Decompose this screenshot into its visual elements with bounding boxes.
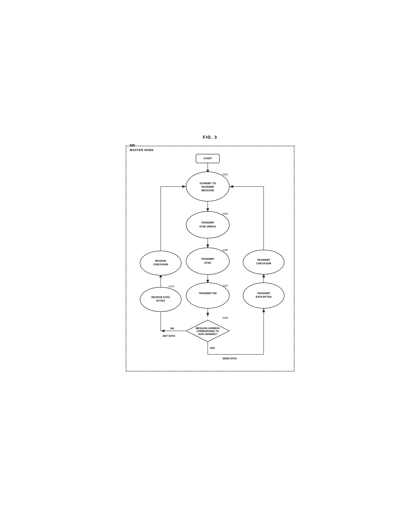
page-container: FIG. 3 300 MASTER NODE START S301 <box>122 135 298 372</box>
s313-ref-label: S313 <box>168 285 174 288</box>
s301-label-line2: TRANSMIT <box>201 185 214 188</box>
s305-ref-label: S305 <box>222 249 228 252</box>
s315-label-line1: RECEIVE <box>155 259 166 262</box>
s308-ref-label: S308 <box>222 317 228 319</box>
s308-label-line2: CORRESPONDS TO <box>197 330 219 333</box>
s303-ref-label: S303 <box>222 213 228 215</box>
s303-label-line2: SYNC BREAK <box>199 225 216 228</box>
s307-label-line1: TRANSMIT PID <box>199 292 217 295</box>
s303-label-line1: TRANSMIT <box>201 221 214 224</box>
s309-label-line2: DATA BYTES <box>256 295 271 298</box>
s315-label-line2: CHECKSUM <box>153 263 168 266</box>
send-data-label: SEND DATA <box>222 357 237 360</box>
svg-point-5 <box>186 212 229 238</box>
s313-label-line2: BYTES <box>156 299 165 302</box>
s308-label-line1: MESSAGE ADDRESS <box>196 327 220 330</box>
svg-point-7 <box>186 248 229 274</box>
yes-label: YES <box>210 346 215 350</box>
svg-point-9 <box>186 283 229 308</box>
s308-label-line3: DATA SENDING? <box>198 333 217 336</box>
get-data-label: GET DATA <box>163 334 175 337</box>
s305-label-line1: TRANSMIT <box>201 257 214 260</box>
s305-label-line2: SYNC <box>204 261 211 264</box>
s313-label-line1: RECEIVE DATA <box>151 296 170 299</box>
s311-label-line2: CHECKSUM <box>256 262 271 265</box>
s311-label-line1: TRANSMIT <box>257 258 270 261</box>
s301-label-line1: STANDBY TO <box>200 182 216 185</box>
diagram-wrapper: 300 MASTER NODE START S301 STA <box>126 146 294 372</box>
s301-label-line3: MESSAGE <box>201 189 214 192</box>
s309-label-line1: TRANSMIT <box>257 292 270 295</box>
flowchart-svg: START S301 STANDBY TO TRANSMIT MESSAGE S… <box>126 146 295 372</box>
figure-title: FIG. 3 <box>122 135 298 140</box>
s301-ref-label: S301 <box>222 173 228 176</box>
start-label: START <box>203 157 212 160</box>
master-node-box: MASTER NODE START S301 STANDBY TO <box>126 146 294 372</box>
no-label: NO <box>170 327 174 330</box>
